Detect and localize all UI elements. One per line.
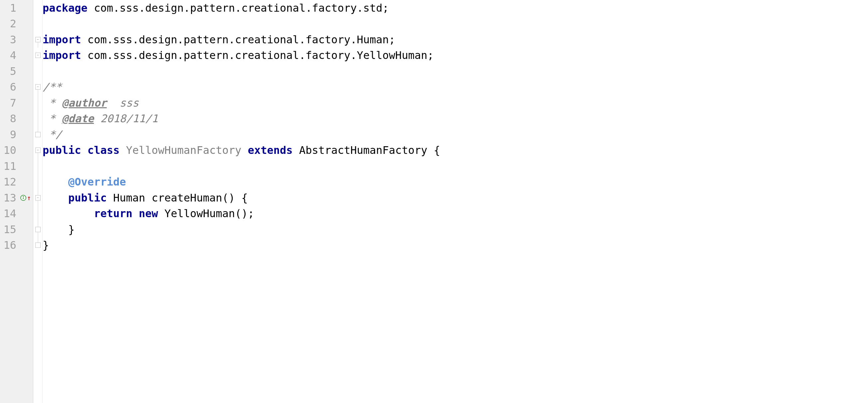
return-type: Human: [113, 192, 145, 204]
superclass-name: AbstractHumanFactory: [299, 144, 427, 156]
line-number: 12: [0, 174, 33, 190]
code-line[interactable]: import com.sss.design.pattern.creational…: [42, 32, 868, 48]
line-number: 2: [0, 16, 33, 32]
code-line[interactable]: * @author sss: [42, 95, 868, 111]
code-line[interactable]: public class YellowHumanFactory extends …: [42, 143, 868, 159]
up-arrow-icon: ↑: [27, 194, 31, 202]
override-annotation: @Override: [68, 175, 126, 188]
keyword-package: package: [42, 2, 88, 14]
code-line[interactable]: public Human createHuman() {: [42, 190, 868, 206]
fold-end[interactable]: [35, 227, 41, 232]
code-line[interactable]: /**: [42, 79, 868, 95]
code-line[interactable]: */: [42, 126, 868, 143]
line-number: 13 I ↑: [0, 190, 33, 206]
keyword-import: import: [42, 49, 81, 62]
line-number: 1: [0, 0, 33, 16]
code-line[interactable]: [42, 158, 868, 174]
keyword-public: public: [42, 144, 81, 156]
code-line[interactable]: return new YellowHuman();: [42, 206, 868, 222]
code-area[interactable]: package com.sss.design.pattern.creationa…: [42, 0, 868, 403]
line-number: 7: [0, 95, 33, 111]
keyword-new: new: [139, 207, 158, 220]
line-number: 16: [0, 237, 33, 254]
line-number: 6: [0, 79, 33, 95]
code-line[interactable]: }: [42, 222, 868, 237]
code-line[interactable]: import com.sss.design.pattern.creational…: [42, 48, 868, 64]
line-number: 4: [0, 48, 33, 64]
keyword-import: import: [42, 33, 81, 46]
fold-toggle[interactable]: −: [35, 37, 41, 42]
code-line[interactable]: [42, 16, 868, 32]
line-number: 3: [0, 32, 33, 48]
fold-toggle[interactable]: −: [35, 84, 41, 90]
code-line[interactable]: package com.sss.design.pattern.creationa…: [42, 0, 868, 16]
code-line[interactable]: @Override: [42, 174, 868, 190]
method-name: createHuman: [152, 192, 222, 204]
fold-toggle[interactable]: −: [35, 148, 41, 153]
line-number: 9: [0, 126, 33, 143]
override-gutter-marker[interactable]: I ↑: [20, 194, 31, 202]
code-line[interactable]: * @date 2018/11/1: [42, 111, 868, 127]
line-number-gutter: 1 2 3 4 5 6 7 8 9 10 11 12 13 I ↑ 14 15 …: [0, 0, 33, 403]
keyword-class: class: [88, 144, 120, 156]
code-line[interactable]: }: [42, 237, 868, 254]
line-number: 10: [0, 143, 33, 159]
class-name: YellowHumanFactory: [126, 144, 241, 156]
fold-toggle[interactable]: −: [35, 195, 41, 201]
implements-icon: I: [20, 195, 26, 201]
constructor-call: YellowHuman: [164, 207, 235, 220]
keyword-public: public: [68, 192, 107, 204]
line-number: 15: [0, 222, 33, 237]
line-number: 8: [0, 111, 33, 127]
line-number: 14: [0, 206, 33, 222]
fold-end[interactable]: [35, 132, 41, 137]
line-number: 5: [0, 63, 33, 79]
code-line[interactable]: [42, 63, 868, 79]
line-number: 11: [0, 158, 33, 174]
fold-toggle[interactable]: −: [35, 53, 41, 58]
keyword-extends: extends: [248, 144, 293, 156]
javadoc-date-tag: @date: [62, 112, 94, 125]
code-editor[interactable]: 1 2 3 4 5 6 7 8 9 10 11 12 13 I ↑ 14 15 …: [0, 0, 868, 403]
keyword-return: return: [94, 207, 132, 220]
fold-end[interactable]: [35, 242, 41, 248]
fold-column: − − − − −: [33, 0, 42, 403]
javadoc-author-tag: @author: [62, 96, 107, 109]
